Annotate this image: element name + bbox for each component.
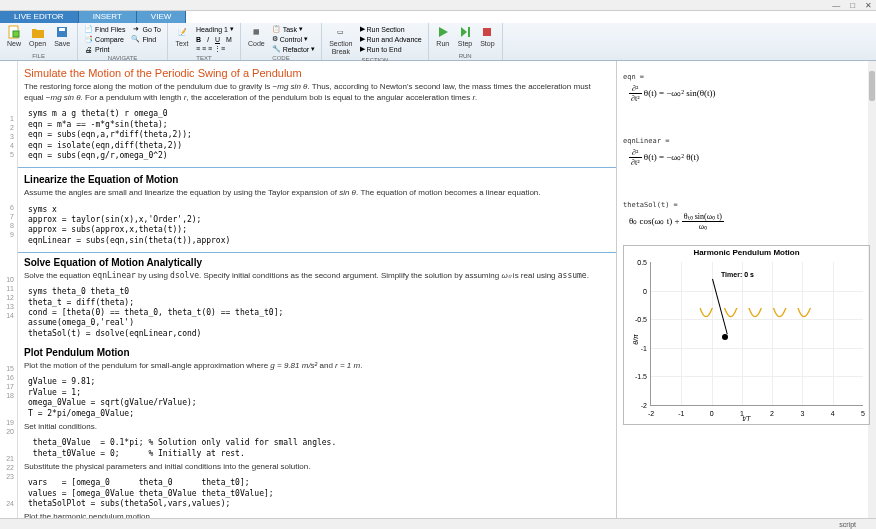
out-eqnlinear: ∂²∂t² θ(t) = −ω₀² θ(t) bbox=[629, 148, 870, 167]
align-buttons[interactable]: ≡ ≡ ≡ ⋮≡ bbox=[194, 44, 236, 54]
output-pane: eqn = ∂²∂t² θ(t) = −ω₀² sin(θ(t)) eqnLin… bbox=[616, 61, 876, 518]
print-button[interactable]: 🖨Print bbox=[82, 44, 127, 54]
open-icon bbox=[31, 25, 45, 39]
group-section: ▭SectionBreak ▶ Run Section ▶ Run and Ad… bbox=[322, 23, 429, 60]
out-thetasol: θ₀ cos(ω₀ t) + θₜ₀ sin(ω₀ t)ω₀ bbox=[629, 212, 870, 231]
close-button[interactable]: ✕ bbox=[865, 1, 872, 10]
step-button[interactable]: Step bbox=[455, 24, 475, 52]
save-icon bbox=[55, 25, 69, 39]
section-icon: ▭ bbox=[334, 25, 348, 39]
goto-icon: ➜ bbox=[131, 25, 140, 34]
maximize-button[interactable]: □ bbox=[850, 1, 855, 10]
window-titlebar: — □ ✕ bbox=[0, 0, 876, 11]
run-advance-button[interactable]: ▶ Run and Advance bbox=[358, 34, 424, 44]
run-end-button[interactable]: ▶ Run to End bbox=[358, 44, 424, 54]
control-button[interactable]: ⚙ Control ▾ bbox=[270, 34, 317, 44]
stop-icon bbox=[480, 25, 494, 39]
tab-view[interactable]: VIEW bbox=[137, 11, 186, 23]
group-run-label: RUN bbox=[433, 53, 498, 59]
underline-button[interactable]: U bbox=[215, 36, 220, 43]
out-eqnlinear-label: eqnLinear = bbox=[623, 137, 870, 145]
find-icon: 🔍 bbox=[131, 35, 140, 44]
open-button[interactable]: Open bbox=[26, 24, 49, 52]
code-icon: ▦ bbox=[249, 25, 263, 39]
main-area: 12345 6789 1011121314 15161718 1920 2122… bbox=[0, 61, 876, 518]
para-4: Plot the motion of the pendulum for smal… bbox=[24, 360, 610, 371]
editor-pane[interactable]: Simulate the Motion of the Periodic Swin… bbox=[18, 61, 616, 518]
italic-button[interactable]: I bbox=[207, 36, 209, 43]
run-icon bbox=[436, 25, 450, 39]
run-section-button[interactable]: ▶ Run Section bbox=[358, 24, 424, 34]
chart-xlabel: t/T bbox=[624, 415, 869, 422]
heading-select[interactable]: Heading 1 ▾ bbox=[194, 24, 236, 34]
out-eqn-label: eqn = bbox=[623, 73, 870, 81]
chart-series bbox=[651, 308, 823, 325]
group-navigate: 📄Find Files 📑Compare 🖨Print ➜Go To 🔍Find… bbox=[78, 23, 168, 60]
svg-rect-3 bbox=[59, 28, 65, 31]
task-button[interactable]: 📋 Task ▾ bbox=[270, 24, 317, 34]
heading-2: Linearize the Equation of Motion bbox=[24, 174, 610, 185]
heading-4: Plot Pendulum Motion bbox=[24, 347, 610, 358]
print-icon: 🖨 bbox=[84, 45, 93, 54]
group-text: 📝Text Heading 1 ▾ B I U M ≡ ≡ ≡ ⋮≡ TEXT bbox=[168, 23, 241, 60]
code-button[interactable]: ▦Code bbox=[245, 24, 268, 54]
section-break-button[interactable]: ▭SectionBreak bbox=[326, 24, 355, 56]
heading-1: Simulate the Motion of the Periodic Swin… bbox=[24, 67, 610, 79]
text-button[interactable]: 📝Text bbox=[172, 24, 192, 54]
tab-insert[interactable]: INSERT bbox=[79, 11, 137, 23]
chart-area: 0.5 0 -0.5 -1 -1.5 -2 -2 -1 0 1 2 3 4 5 bbox=[650, 262, 863, 406]
findfiles-icon: 📄 bbox=[84, 25, 93, 34]
bold-button[interactable]: B bbox=[196, 36, 201, 43]
code-block-1[interactable]: syms m a g theta(t) r omega_0 eqn = m*a … bbox=[24, 107, 610, 163]
chart-title: Harmonic Pendulum Motion bbox=[624, 248, 869, 257]
code-block-6[interactable]: vars = [omega_0 theta_0 theta_t0]; value… bbox=[24, 476, 610, 511]
para-2: Assume the angles are small and lineariz… bbox=[24, 187, 610, 198]
svg-rect-4 bbox=[468, 27, 470, 37]
code-block-3[interactable]: syms theta_0 theta_t0 theta_t = diff(the… bbox=[24, 285, 610, 341]
new-icon bbox=[7, 25, 21, 39]
step-icon bbox=[458, 25, 472, 39]
status-bar: script bbox=[0, 518, 876, 529]
findfiles-button[interactable]: 📄Find Files bbox=[82, 24, 127, 34]
chart-timer: Timer: 0 s bbox=[721, 271, 754, 278]
group-run: Run Step Stop RUN bbox=[429, 23, 503, 60]
para-5: Set initial conditions. bbox=[24, 421, 610, 432]
refactor-button[interactable]: 🔧 Refactor ▾ bbox=[270, 44, 317, 54]
run-button[interactable]: Run bbox=[433, 24, 453, 52]
save-button[interactable]: Save bbox=[51, 24, 73, 52]
tab-live-editor[interactable]: LIVE EDITOR bbox=[0, 11, 79, 23]
chart: Harmonic Pendulum Motion θ/π 0.5 0 -0.5 … bbox=[623, 245, 870, 425]
line-gutter: 12345 6789 1011121314 15161718 1920 2122… bbox=[0, 61, 18, 518]
ribbon-tabs: LIVE EDITOR INSERT VIEW bbox=[0, 11, 876, 23]
stop-button[interactable]: Stop bbox=[477, 24, 497, 52]
text-icon: 📝 bbox=[175, 25, 189, 39]
group-file-label: FILE bbox=[4, 53, 73, 59]
new-button[interactable]: New bbox=[4, 24, 24, 52]
minimize-button[interactable]: — bbox=[832, 1, 840, 10]
status-mode: script bbox=[839, 521, 856, 528]
code-block-4[interactable]: gValue = 9.81; rValue = 1; omega_0Value … bbox=[24, 375, 610, 421]
compare-icon: 📑 bbox=[84, 35, 93, 44]
out-thetasol-label: thetaSol(t) = bbox=[623, 201, 870, 209]
heading-3: Solve Equation of Motion Analytically bbox=[24, 257, 610, 268]
code-block-5[interactable]: theta_0Value = 0.1*pi; % Solution only v… bbox=[24, 436, 610, 461]
out-eqn: ∂²∂t² θ(t) = −ω₀² sin(θ(t)) bbox=[629, 84, 870, 103]
para-6: Substitute the physical parameters and i… bbox=[24, 461, 610, 472]
pendulum-bob bbox=[722, 334, 728, 340]
find-button[interactable]: 🔍Find bbox=[129, 34, 163, 44]
group-code: ▦Code 📋 Task ▾ ⚙ Control ▾ 🔧 Refactor ▾ … bbox=[241, 23, 322, 60]
code-block-2[interactable]: syms x approx = taylor(sin(x),x,'Order',… bbox=[24, 203, 610, 249]
para-7: Plot the harmonic pendulum motion. bbox=[24, 511, 610, 518]
svg-rect-1 bbox=[13, 31, 19, 37]
chart-ylabel: θ/π bbox=[632, 334, 639, 344]
mono-button[interactable]: M bbox=[226, 36, 232, 43]
goto-button[interactable]: ➜Go To bbox=[129, 24, 163, 34]
para-3: Solve the equation eqnLinear by using ds… bbox=[24, 270, 610, 281]
svg-rect-5 bbox=[483, 28, 491, 36]
group-file: New Open Save FILE bbox=[0, 23, 78, 60]
para-1: The restoring force along the motion of … bbox=[24, 81, 610, 103]
ribbon-toolbar: New Open Save FILE 📄Find Files 📑Compare … bbox=[0, 23, 876, 61]
compare-button[interactable]: 📑Compare bbox=[82, 34, 127, 44]
